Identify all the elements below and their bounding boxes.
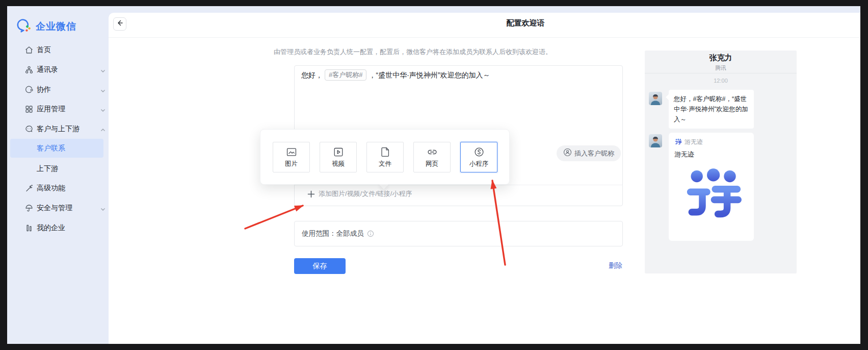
company-icon	[24, 223, 34, 233]
youwuji-logo-image	[679, 165, 744, 220]
sidebar-item-collaboration[interactable]: 协作	[7, 83, 109, 96]
sidebar-item-label: 上下游	[37, 164, 58, 173]
popup-option-image[interactable]: 图片	[273, 142, 310, 172]
preview-miniprogram-card: 游无迹 游无迹	[669, 133, 754, 241]
link-icon	[427, 146, 438, 158]
file-icon	[380, 146, 391, 158]
chevron-down-icon	[100, 106, 106, 112]
scope-label: 使用范围：全部成员	[302, 229, 364, 238]
insert-nickname-label: 插入客户昵称	[574, 149, 614, 158]
plus-icon	[307, 190, 315, 198]
add-attachment-button[interactable]: 添加图片/视频/文件/链接/小程序	[307, 189, 412, 198]
chevron-down-icon	[100, 205, 106, 211]
sidebar-item-home[interactable]: 首页	[7, 43, 109, 57]
video-icon	[333, 146, 344, 158]
brand-logo: 企业微信	[15, 18, 76, 35]
chevron-down-icon	[100, 67, 106, 73]
sidebar-item-my-company[interactable]: 我的企业	[7, 221, 109, 235]
brand-name: 企业微信	[36, 20, 76, 33]
popup-option-video[interactable]: 视频	[320, 142, 357, 172]
preview-divider	[645, 73, 797, 73]
advanced-wand-icon	[24, 184, 34, 193]
screenshot-root: 企业微信 首页 通讯录 协作 应用管理	[0, 0, 868, 350]
preview-contact-org: 腾讯	[645, 64, 797, 72]
back-button[interactable]	[113, 17, 126, 31]
preview-timestamp: 12:00	[645, 78, 797, 84]
sidebar-item-label: 我的企业	[37, 223, 65, 233]
wework-bubble-logo-icon	[15, 18, 32, 35]
avatar	[649, 134, 662, 147]
add-attachment-label: 添加图片/视频/文件/链接/小程序	[319, 189, 412, 198]
sidebar-item-label: 客户联系	[37, 144, 65, 153]
youwuji-logo-icon	[674, 138, 682, 146]
chevron-up-icon	[100, 126, 106, 132]
popup-option-label: 小程序	[469, 160, 489, 168]
popup-option-label: 网页	[426, 160, 438, 168]
popup-option-file[interactable]: 文件	[366, 142, 404, 172]
customer-chat-icon	[24, 124, 34, 134]
person-circle-icon	[563, 148, 572, 159]
apps-grid-icon	[24, 105, 34, 114]
insert-nickname-button[interactable]: 插入客户昵称	[557, 145, 621, 161]
sidebar-item-customer-contact[interactable]: 客户联系	[7, 141, 109, 155]
save-button[interactable]: 保存	[294, 258, 346, 274]
popup-option-label: 视频	[332, 160, 345, 168]
home-icon	[24, 45, 34, 55]
welcome-message-text: 您好，#客户昵称#，“盛世中华·声悦神州”欢迎您的加入～	[301, 68, 587, 82]
scope-selector[interactable]: 使用范围：全部成员	[294, 221, 623, 246]
card-title: 游无迹	[674, 150, 748, 159]
sidebar-item-label: 应用管理	[37, 105, 65, 114]
message-text-before: 您好，	[301, 71, 323, 79]
message-text-after: ，“盛世中华·声悦神州”欢迎您的加入～	[369, 71, 490, 79]
sidebar-item-label: 首页	[37, 45, 51, 55]
popup-option-miniprogram[interactable]: 小程序	[460, 142, 497, 172]
info-icon[interactable]	[367, 230, 374, 237]
sidebar-item-contacts[interactable]: 通讯录	[7, 63, 109, 77]
sidebar-item-apps[interactable]: 应用管理	[7, 102, 109, 116]
avatar	[649, 92, 662, 105]
popup-option-label: 文件	[379, 160, 391, 168]
card-source-name: 游无迹	[685, 138, 703, 146]
popup-option-label: 图片	[285, 160, 298, 168]
nickname-tag: #客户昵称#	[325, 69, 366, 81]
image-icon	[286, 146, 297, 158]
collaboration-icon	[24, 85, 34, 94]
sidebar-item-label: 安全与管理	[37, 204, 72, 213]
header-divider	[109, 37, 860, 38]
arrow-left-icon	[116, 19, 123, 29]
chevron-down-icon	[100, 87, 106, 93]
sidebar-item-label: 高级功能	[37, 184, 65, 193]
sidebar-item-advanced[interactable]: 高级功能	[7, 181, 109, 195]
config-description: 由管理员或者业务负责人统一配置，配置后，微信客户将在添加成员为联系人后收到该欢迎…	[274, 47, 559, 57]
sidebar-item-label: 客户与上下游	[37, 124, 80, 134]
editor-divider	[295, 185, 622, 185]
popup-option-webpage[interactable]: 网页	[413, 142, 451, 172]
miniprogram-icon	[474, 146, 485, 158]
sidebar-item-label: 协作	[37, 85, 51, 94]
sidebar-item-upstream-downstream[interactable]: 上下游	[7, 162, 109, 176]
contacts-icon	[24, 65, 34, 74]
sidebar-item-security[interactable]: 安全与管理	[7, 201, 109, 215]
sidebar-item-customers[interactable]: 客户与上下游	[7, 122, 109, 136]
preview-message-bubble: 您好，#客户昵称#，“盛世中华·声悦神州”欢迎您的加入～	[669, 90, 754, 129]
umbrella-icon	[24, 204, 34, 213]
sidebar-item-label: 通讯录	[37, 65, 58, 74]
preview-contact-name: 张克力	[645, 53, 797, 63]
page-title: 配置欢迎语	[485, 18, 566, 28]
delete-link[interactable]: 删除	[609, 261, 622, 270]
